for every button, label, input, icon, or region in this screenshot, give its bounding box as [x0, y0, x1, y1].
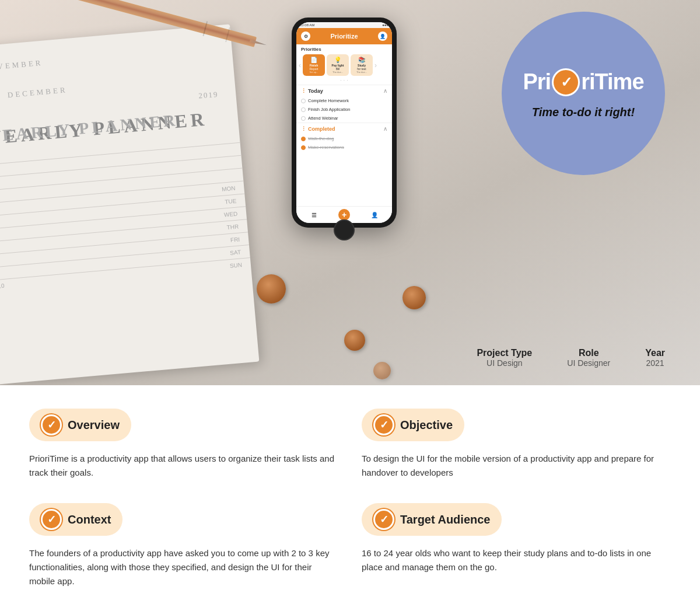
- profile-icon[interactable]: 👤: [378, 32, 387, 41]
- next-card-button[interactable]: ›: [374, 61, 377, 69]
- completed-task-2: Make-reservations: [296, 143, 392, 152]
- card-icon-2: 💡: [329, 57, 346, 63]
- context-text: The founders of a productivity app have …: [29, 546, 338, 588]
- overview-card: Overview PrioriTime is a productivity ap…: [29, 409, 338, 480]
- settings-icon[interactable]: ⚙: [301, 32, 310, 41]
- status-bar: 10:08 AM ●●●: [296, 22, 392, 28]
- phone-screen: 10:08 AM ●●● ⚙ Prioritize 👤 Priorities ‹: [296, 22, 392, 223]
- today-section-title: ⋮ Today: [301, 88, 323, 94]
- target-audience-text: 16 to 24 year olds who want to keep thei…: [362, 546, 671, 574]
- completed-section-title: ⋮ Completed: [301, 126, 335, 132]
- signal-display: ●●●: [382, 23, 388, 27]
- objective-badge-label: Objective: [400, 418, 453, 432]
- task-item-3: Attend Webinar: [296, 114, 392, 123]
- completed-collapse-icon[interactable]: ∧: [383, 125, 387, 132]
- task-checkbox-1[interactable]: [301, 99, 306, 103]
- project-year-item: Year 2021: [645, 348, 665, 368]
- target-audience-card: Target Audience 16 to 24 year olds who w…: [362, 503, 671, 588]
- task-checkbox-2[interactable]: [301, 107, 306, 112]
- context-badge: Context: [29, 503, 123, 536]
- planner-title: YEARLY PLANNER: [0, 111, 178, 146]
- objective-badge-icon: [373, 414, 394, 435]
- project-info-bar: Project Type UI Design Role UI Designer …: [477, 348, 665, 368]
- priority-card-1[interactable]: 📄 Finish Report Set up...: [303, 54, 325, 76]
- time-display: 10:08 AM: [300, 23, 314, 27]
- objective-card: Objective To design the UI for the mobil…: [362, 409, 671, 480]
- objective-badge: Objective: [362, 409, 464, 441]
- objective-text: To design the UI for the mobile version …: [362, 452, 671, 480]
- profile-button[interactable]: 👤: [369, 209, 380, 221]
- pushpin-3: [344, 330, 365, 351]
- context-badge-label: Context: [68, 513, 111, 526]
- priorities-cards-row: ‹ 📄 Finish Report Set up... 💡 Pay light …: [296, 54, 392, 76]
- target-audience-badge-label: Target Audience: [400, 513, 490, 526]
- hero-section: NOVEMBER DECEMBER 2019 YEARLY PLANNER 1 …: [0, 0, 700, 385]
- project-role-item: Role UI Designer: [567, 348, 610, 368]
- today-section-header: ⋮ Today ∧: [296, 85, 392, 96]
- logo-text-before: Pri: [523, 69, 551, 95]
- completed-checkbox-2[interactable]: [301, 145, 306, 150]
- card-icon-1: 📄: [305, 57, 323, 63]
- logo-text-after: riTime: [581, 69, 643, 95]
- context-card: Context The founders of a productivity a…: [29, 503, 338, 588]
- pushpin-4: [373, 362, 391, 379]
- target-audience-badge-icon: [373, 509, 394, 530]
- context-badge-icon: [41, 509, 62, 530]
- today-collapse-icon[interactable]: ∧: [383, 88, 387, 94]
- logo-check-icon: [552, 68, 580, 96]
- priority-card-2[interactable]: 💡 Pay light Bill The due...: [327, 54, 349, 76]
- logo-tagline: Time to-do it right!: [532, 106, 635, 119]
- project-year-value: 2021: [645, 358, 665, 368]
- app-navbar: ⚙ Prioritize 👤: [296, 28, 392, 44]
- phone-home-button[interactable]: [334, 219, 355, 240]
- overview-badge-label: Overview: [68, 418, 120, 432]
- priority-card-3[interactable]: 📚 Study for test The due...: [351, 54, 373, 76]
- completed-section-header: ⋮ Completed ∧: [296, 123, 392, 134]
- project-role-value: UI Designer: [567, 358, 610, 368]
- card-indicator-dots: · · ·: [296, 76, 392, 85]
- content-section: Overview PrioriTime is a productivity ap…: [0, 385, 700, 600]
- project-year-label: Year: [645, 348, 665, 358]
- task-item-1: Complete Homework: [296, 96, 392, 105]
- project-type-item: Project Type UI Design: [477, 348, 532, 368]
- phone-container: 10:08 AM ●●● ⚙ Prioritize 👤 Priorities ‹: [292, 18, 397, 228]
- planner-month2-label: DECEMBER: [7, 85, 68, 100]
- overview-badge-icon: [41, 414, 62, 435]
- project-role-label: Role: [567, 348, 610, 358]
- pushpin-1: [257, 274, 286, 304]
- add-task-button[interactable]: +: [338, 209, 350, 221]
- logo-circle: Pri riTime Time to-do it right!: [502, 12, 665, 175]
- project-type-value: UI Design: [477, 358, 532, 368]
- overview-badge: Overview: [29, 409, 131, 441]
- logo-text: Pri riTime: [523, 68, 643, 96]
- completed-task-1: Walk-the-dog: [296, 134, 392, 143]
- task-item-2: Finish Job Application: [296, 105, 392, 114]
- pushpin-2: [402, 286, 426, 309]
- completed-checkbox-1[interactable]: [301, 137, 306, 141]
- project-type-label: Project Type: [477, 348, 532, 358]
- app-title: Prioritize: [330, 33, 358, 40]
- task-checkbox-3[interactable]: [301, 116, 306, 121]
- section-cards-grid: Overview PrioriTime is a productivity ap…: [29, 409, 671, 588]
- target-audience-badge: Target Audience: [362, 503, 502, 536]
- phone-outer: 10:08 AM ●●● ⚙ Prioritize 👤 Priorities ‹: [292, 18, 397, 228]
- card-icon-3: 📚: [353, 57, 370, 63]
- prev-card-button[interactable]: ‹: [299, 61, 301, 69]
- overview-text: PrioriTime is a productivity app that al…: [29, 452, 338, 480]
- list-view-button[interactable]: ☰: [308, 209, 320, 221]
- priorities-section-label: Priorities: [296, 44, 392, 54]
